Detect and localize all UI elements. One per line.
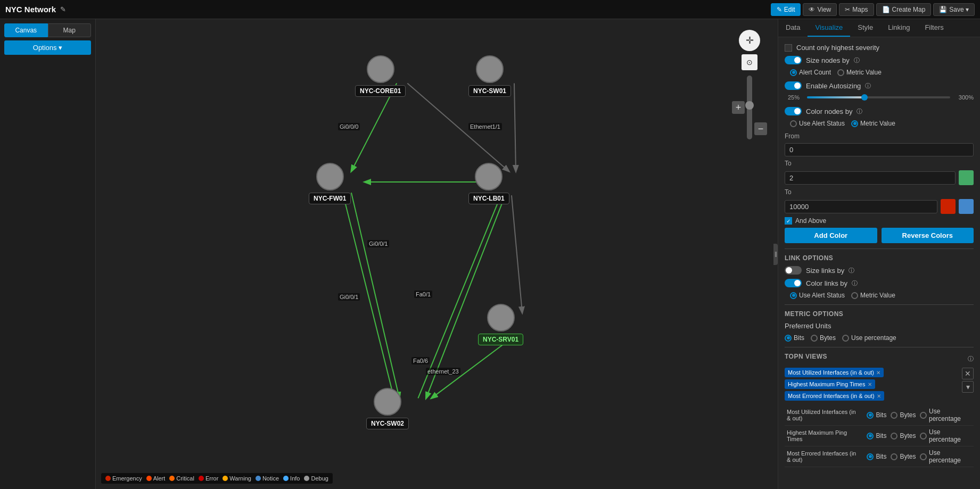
legend-item-alert: Alert [146, 475, 166, 482]
svg-line-2 [514, 83, 516, 171]
size-links-info-icon[interactable]: ⓘ [849, 267, 854, 275]
to-input-2[interactable] [785, 200, 937, 213]
table-row: Most Utilized Interfaces (in & out) Bits… [785, 405, 974, 426]
color-action-btns: Add Color Reverse Colors [785, 228, 974, 243]
edit-icon: ✎ [777, 6, 782, 13]
add-color-btn[interactable]: Add Color [785, 228, 877, 243]
to-input-1[interactable] [785, 171, 956, 185]
radio-alert-count-dot [790, 69, 797, 76]
tab-filters[interactable]: Filters [917, 19, 951, 37]
node-nyc-sw02[interactable]: NYC-SW02 [366, 388, 409, 429]
canvas-tab[interactable]: Canvas [4, 23, 48, 37]
tab-style[interactable]: Style [850, 19, 880, 37]
link-options-title: LINK OPTIONS [785, 254, 974, 262]
count-highest-severity-checkbox[interactable] [785, 44, 792, 52]
radio-bytes[interactable]: Bytes [811, 334, 836, 342]
size-nodes-info-icon[interactable]: ⓘ [854, 56, 860, 64]
radio-row3-bytes[interactable]: Bytes [891, 453, 916, 460]
color-nodes-info-icon[interactable]: ⓘ [857, 107, 862, 115]
emergency-dot [105, 476, 111, 481]
node-nyc-sw01[interactable]: NYC-SW01 [468, 55, 511, 97]
from-input[interactable] [785, 143, 974, 156]
pan-control[interactable]: ✛ [739, 30, 760, 51]
radio-metric-value-color-label: Metric Value [860, 120, 895, 127]
radio-link-metric-dot [851, 292, 858, 299]
tab-visualize[interactable]: Visualize [808, 19, 850, 37]
color-swatch-red[interactable] [941, 199, 956, 214]
node-nyc-core01[interactable]: NYC-CORE01 [355, 55, 406, 97]
radio-metric-value-size[interactable]: Metric Value [837, 69, 882, 76]
canvas-map-tabs: Canvas Map [4, 23, 91, 37]
radio-bits[interactable]: Bits [785, 334, 804, 342]
autosizing-toggle[interactable] [785, 81, 802, 90]
radio-row3-bits[interactable]: Bits [867, 453, 886, 460]
and-above-checkbox[interactable]: ✓ [785, 217, 792, 225]
to-label-1: To [785, 160, 801, 167]
color-links-info-icon[interactable]: ⓘ [852, 279, 858, 287]
radio-use-alert-status[interactable]: Use Alert Status [790, 120, 845, 127]
radio-bits-label: Bits [794, 334, 804, 342]
view-btn[interactable]: 👁 View [803, 3, 837, 16]
topn-header: TOPN VIEWS ⓘ [785, 353, 974, 364]
tab-data[interactable]: Data [778, 19, 808, 37]
topn-tag-3-close[interactable]: ✕ [877, 393, 881, 399]
map-tab[interactable]: Map [48, 23, 92, 37]
color-nodes-row: Color nodes by ⓘ [785, 107, 974, 115]
notice-dot [256, 476, 261, 481]
radio-row2-bits[interactable]: Bits [867, 432, 886, 440]
edit-btn[interactable]: ✎ Edit [771, 3, 801, 16]
autosizing-info-icon[interactable]: ⓘ [865, 82, 871, 90]
topn-tag-1-close[interactable]: ✕ [876, 370, 880, 376]
topn-row-3-units: Bits Bytes Use percentage [864, 446, 974, 467]
radio-row3-pct[interactable]: Use percentage [920, 449, 971, 464]
autosizing-slider-row: 25% 300% [788, 94, 974, 101]
topn-tag-2[interactable]: Highest Maximum Ping Times ✕ [785, 379, 875, 389]
radio-alert-status-label: Use Alert Status [799, 120, 845, 127]
radio-row2-bytes[interactable]: Bytes [891, 432, 916, 440]
topn-tag-2-close[interactable]: ✕ [868, 382, 872, 387]
topn-close-all-btn[interactable]: ✕ [962, 368, 974, 379]
radio-row2-pct[interactable]: Use percentage [920, 428, 971, 443]
legend-item-notice: Notice [256, 475, 279, 482]
title-edit-icon[interactable]: ✎ [60, 5, 66, 13]
topn-tags-wrapper: Most Utilized Interfaces (in & out) ✕ Hi… [785, 368, 974, 405]
options-button[interactable]: Options ▾ [4, 40, 91, 55]
radio-metric-value-color[interactable]: Metric Value [851, 120, 895, 127]
color-links-toggle[interactable] [785, 279, 802, 287]
radio-row1-bytes[interactable]: Bytes [891, 411, 916, 419]
size-nodes-toggle[interactable] [785, 56, 802, 64]
reset-control[interactable]: ⊙ [742, 54, 757, 70]
node-nyc-srv01[interactable]: NYC-SRV01 [478, 304, 523, 345]
color-swatch-blue[interactable] [959, 199, 974, 214]
radio-row3-pct-dot [920, 453, 927, 460]
size-links-toggle[interactable] [785, 266, 802, 275]
autosizing-slider[interactable] [807, 96, 950, 98]
table-row: Most Errored Interfaces (in & out) Bits … [785, 446, 974, 467]
radio-row1-pct[interactable]: Use percentage [920, 408, 971, 422]
radio-link-alert-status[interactable]: Use Alert Status [790, 292, 845, 299]
svg-line-5 [512, 195, 522, 313]
topn-title: TOPN VIEWS [785, 353, 827, 360]
legend-item-error: Error [199, 475, 218, 482]
panel-collapse-handle[interactable]: ‖ [773, 244, 778, 265]
node-nyc-lb01[interactable]: NYC-LB01 [468, 163, 509, 204]
save-btn[interactable]: 💾 Save ▾ [933, 3, 975, 16]
topn-tag-3[interactable]: Most Errored Interfaces (in & out) ✕ [785, 391, 884, 401]
topn-expand-btn[interactable]: ▾ [962, 381, 974, 393]
tab-linking[interactable]: Linking [880, 19, 917, 37]
reverse-colors-btn[interactable]: Reverse Colors [882, 228, 974, 243]
color-nodes-toggle[interactable] [785, 107, 802, 115]
create-map-btn[interactable]: 📄 Create Map [876, 3, 932, 16]
count-highest-severity-label: Count only highest severity [796, 44, 879, 52]
topn-info-icon[interactable]: ⓘ [968, 355, 974, 363]
zoom-in-btn[interactable]: + [732, 101, 745, 114]
radio-use-percentage[interactable]: Use percentage [842, 334, 896, 342]
node-nyc-fw01[interactable]: NYC-FW01 [309, 163, 351, 204]
radio-alert-count[interactable]: Alert Count [790, 69, 831, 76]
maps-btn[interactable]: ✂ Maps [839, 3, 874, 16]
radio-link-metric-value[interactable]: Metric Value [851, 292, 895, 299]
zoom-out-btn[interactable]: − [754, 122, 767, 135]
color-swatch-green[interactable] [959, 170, 974, 185]
radio-row1-bits[interactable]: Bits [867, 411, 886, 419]
topn-tag-1[interactable]: Most Utilized Interfaces (in & out) ✕ [785, 368, 884, 377]
